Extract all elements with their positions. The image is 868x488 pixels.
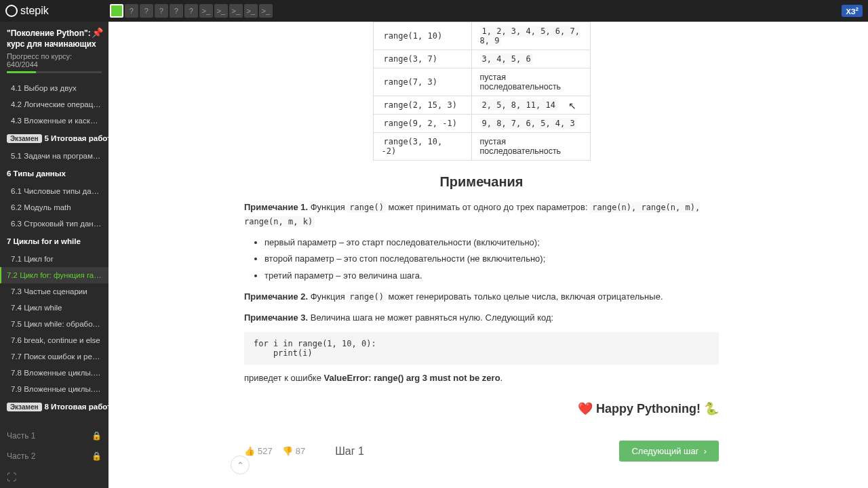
note-1: Примечание 1. Функция range() может прин…: [244, 201, 719, 229]
sidebar-item[interactable]: 6 Типы данных: [0, 164, 108, 183]
progress-bar: [7, 71, 102, 73]
like-button[interactable]: 👍 527: [244, 446, 273, 456]
sidebar-item[interactable]: 7.9 Вложенные циклы. Ча...: [0, 381, 108, 397]
pin-icon[interactable]: 📌: [92, 27, 103, 38]
sidebar-item[interactable]: 6.3 Строковый тип данных: [0, 216, 108, 232]
chevron-up-icon: ⌃: [237, 460, 244, 470]
table-row: range(1, 10)1, 2, 3, 4, 5, 6, 7, 8, 9: [373, 22, 590, 50]
list-item: первый параметр – это старт последовател…: [264, 236, 719, 250]
code-block: for i in range(1, 10, 0): print(i): [244, 332, 719, 365]
sidebar-item[interactable]: Экзамен8 Итоговая работа...: [0, 397, 108, 416]
note-2: Примечание 2. Функция range() может гене…: [244, 290, 719, 304]
table-row: range(9, 2, -1)9, 8, 7, 6, 5, 4, 3: [373, 115, 590, 133]
lock-icon: 🔒: [92, 451, 102, 461]
scroll-top-button[interactable]: ⌃: [231, 455, 250, 474]
step-10[interactable]: >_: [244, 4, 258, 18]
step-7[interactable]: >_: [199, 4, 213, 18]
next-step-button[interactable]: Следующий шаг ›: [619, 441, 719, 462]
sidebar: 📌 "Поколение Python": курс для начинающи…: [0, 22, 108, 488]
step-9[interactable]: >_: [229, 4, 243, 18]
step-5[interactable]: ?: [170, 4, 183, 18]
table-row: range(7, 3)пустая последовательность: [373, 68, 590, 96]
step-nav: ?????>_>_>_>_>_: [110, 4, 273, 18]
table-row: range(3, 10, -2)пустая последовательност…: [373, 133, 590, 161]
footer-bar: 👍 527 👎 87 Шаг 1 Следующий шаг ›: [244, 432, 719, 470]
content-area: range(1, 10)1, 2, 3, 4, 5, 6, 7, 8, 9ran…: [108, 22, 868, 488]
sidebar-item[interactable]: 7 Циклы for и while: [0, 232, 108, 251]
step-3[interactable]: ?: [140, 4, 153, 18]
sidebar-item[interactable]: 7.7 Поиск ошибок и ревью...: [0, 348, 108, 365]
list-item: второй параметр – это стоп последователь…: [264, 252, 719, 266]
note-3: Примечание 3. Величина шага не может рав…: [244, 311, 719, 325]
sidebar-item[interactable]: 4.3 Вложенные и каскад...: [0, 113, 108, 129]
fullscreen-icon[interactable]: ⛶: [0, 466, 108, 488]
comments-tab[interactable]: 43Комментарии: [244, 481, 313, 488]
table-row: range(2, 15, 3)2, 5, 8, 11, 14: [373, 96, 590, 115]
sidebar-item[interactable]: 7.6 break, continue и else: [0, 332, 108, 348]
progress-text: Прогресс по курсу: 640/2044: [7, 52, 102, 68]
sidebar-item[interactable]: 7.4 Цикл while: [0, 300, 108, 316]
list-item: третий параметр – это величина шага.: [264, 269, 719, 283]
error-text: приведет к ошибке ValueError: range() ar…: [244, 371, 719, 386]
step-6[interactable]: ?: [184, 4, 198, 18]
table-row: range(3, 7)3, 4, 5, 6: [373, 50, 590, 68]
note-1-list: первый параметр – это старт последовател…: [264, 236, 719, 283]
dislike-button[interactable]: 👎 87: [282, 446, 305, 456]
notes-heading: Примечания: [244, 174, 719, 190]
sidebar-item[interactable]: 6.1 Числовые типы данн...: [0, 183, 108, 199]
sidebar-item[interactable]: 4.2 Логические операции: [0, 96, 108, 113]
step-label: Шаг 1: [335, 445, 364, 458]
part-item[interactable]: Часть 2🔒: [0, 446, 108, 466]
user-badge[interactable]: ХЗ2: [842, 5, 863, 17]
step-8[interactable]: >_: [214, 4, 228, 18]
sidebar-item[interactable]: 7.1 Цикл for: [0, 251, 108, 267]
logo-icon: [5, 5, 18, 17]
course-title: "Поколение Python": курс для начинающих: [7, 28, 102, 49]
part-item[interactable]: Часть 1🔒: [0, 426, 108, 446]
sidebar-item[interactable]: Экзамен5 Итоговая работа...: [0, 129, 108, 148]
sidebar-item[interactable]: 7.8 Вложенные циклы. Ча...: [0, 365, 108, 381]
lock-icon: 🔒: [92, 431, 102, 441]
range-table: range(1, 10)1, 2, 3, 4, 5, 6, 7, 8, 9ran…: [373, 22, 591, 161]
step-1[interactable]: [110, 4, 123, 18]
sidebar-item[interactable]: 6.2 Модуль math: [0, 199, 108, 216]
sidebar-header: 📌 "Поколение Python": курс для начинающи…: [0, 22, 108, 80]
step-11[interactable]: >_: [259, 4, 273, 18]
happy-pythoning: ❤️ Happy Pythoning! 🐍: [244, 401, 719, 416]
thumbs-down-icon: 👎: [282, 446, 293, 456]
sidebar-item[interactable]: 4.1 Выбор из двух: [0, 80, 108, 96]
thumbs-up-icon: 👍: [244, 446, 255, 456]
brand-text: stepik: [20, 5, 49, 17]
sidebar-item[interactable]: 7.3 Частые сценарии: [0, 283, 108, 300]
sidebar-item[interactable]: 7.5 Цикл while: обработка ...: [0, 316, 108, 332]
sidebar-item[interactable]: 5.1 Задачи на программир...: [0, 148, 108, 164]
sidebar-item[interactable]: 7.2 Цикл for: функция range: [0, 267, 108, 283]
logo[interactable]: stepik: [5, 5, 49, 17]
comments-header: 43Комментарии ≡ Самые обсуждаемые ⌄: [244, 481, 719, 488]
step-2[interactable]: ?: [125, 4, 138, 18]
step-4[interactable]: ?: [155, 4, 168, 18]
top-bar: stepik ?????>_>_>_>_>_ ХЗ2: [0, 0, 868, 22]
